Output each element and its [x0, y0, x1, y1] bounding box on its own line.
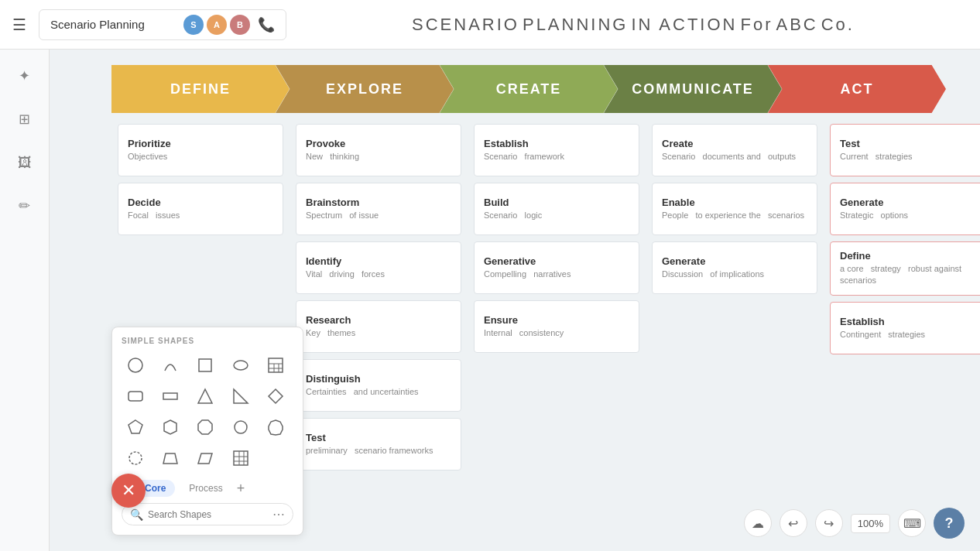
card-sub: Scenario documents and outputs: [662, 151, 796, 163]
card-sub: Strategic options: [840, 210, 908, 221]
card-test-act[interactable]: Test Current strategies: [830, 124, 980, 176]
svg-rect-9: [163, 393, 177, 399]
card-title: Test: [840, 138, 860, 149]
card-distinguish[interactable]: Distinguish Certainties and uncertaintie…: [296, 359, 461, 412]
shape-circle-outline[interactable]: [122, 444, 149, 472]
svg-marker-19: [163, 453, 177, 464]
card-sub: Certainties and uncertainties: [306, 386, 419, 398]
shape-rect-narrow[interactable]: [156, 382, 184, 410]
shape-triangle[interactable]: [191, 382, 219, 410]
menu-icon[interactable]: ☰: [12, 15, 26, 34]
card-research[interactable]: Research Key themes: [296, 300, 461, 353]
card-title: Research: [306, 314, 351, 326]
sidebar-draw-icon[interactable]: ✏: [11, 192, 39, 220]
shape-grid[interactable]: [227, 444, 255, 472]
card-create-docs[interactable]: Create Scenario documents and outputs: [652, 124, 817, 176]
card-title: Brainstorm: [306, 197, 359, 208]
shape-decagon[interactable]: [262, 413, 290, 441]
help-button[interactable]: ?: [934, 508, 965, 539]
sidebar-shapes-icon[interactable]: ✦: [11, 62, 39, 90]
shapes-grid: [122, 351, 293, 472]
search-shapes-bar: 🔍 ⋯: [122, 503, 293, 525]
redo-button[interactable]: ↪: [815, 509, 843, 537]
shape-trapezoid[interactable]: [156, 444, 184, 472]
shape-circle[interactable]: [122, 351, 149, 379]
svg-marker-13: [128, 420, 142, 433]
sidebar-image-icon[interactable]: 🖼: [11, 149, 39, 176]
svg-rect-8: [128, 392, 142, 401]
card-ensure[interactable]: Ensure Internal consistency: [474, 300, 639, 353]
column-communicate: Create Scenario documents and outputs En…: [646, 124, 824, 471]
card-sub: Discussion of implications: [662, 269, 764, 280]
zoom-level: 100%: [851, 514, 890, 533]
shape-table[interactable]: [262, 351, 290, 379]
card-establish-framework[interactable]: Establish Scenario framework: [474, 124, 639, 176]
card-build[interactable]: Build Scenario logic: [474, 183, 639, 235]
card-sub: Internal consistency: [484, 327, 564, 339]
cloud-icon[interactable]: ☁: [744, 509, 772, 537]
avatar-3[interactable]: B: [230, 15, 250, 35]
document-title: Scenario Planning: [50, 18, 176, 31]
shape-octagon[interactable]: [191, 413, 219, 441]
card-title: Establish: [484, 138, 529, 149]
call-icon[interactable]: 📞: [258, 16, 275, 33]
card-generative[interactable]: Generative Compelling narratives: [474, 241, 639, 294]
avatar-2[interactable]: A: [207, 15, 227, 35]
card-title: Prioritize: [128, 138, 171, 149]
shape-ellipse[interactable]: [227, 351, 255, 379]
shape-rounded-rect[interactable]: [122, 382, 149, 410]
fab-close-button[interactable]: ✕: [111, 474, 146, 508]
card-brainstorm[interactable]: Brainstorm Spectrum of issue: [296, 183, 461, 235]
card-provoke[interactable]: Provoke New thinking: [296, 124, 461, 176]
card-sub: Key themes: [306, 327, 355, 339]
card-generate-discussion[interactable]: Generate Discussion of implications: [652, 241, 817, 294]
card-prioritize[interactable]: Prioritize Objectives: [118, 124, 283, 176]
sidebar-grid-icon[interactable]: ⊞: [11, 105, 39, 133]
card-title: Decide: [128, 197, 161, 208]
card-define-strategy[interactable]: Define a core strategy robust against sc…: [830, 241, 980, 296]
shape-hexagon[interactable]: [156, 413, 184, 441]
card-establish-contingent[interactable]: Establish Contingent strategies: [830, 302, 980, 354]
shape-circle-sm[interactable]: [227, 413, 255, 441]
card-sub: Vital driving forces: [306, 269, 385, 280]
subtitle-part-3: IN ACTION: [631, 15, 737, 35]
svg-marker-15: [198, 420, 212, 434]
card-sub: People to experience the scenarios: [662, 210, 804, 221]
card-enable[interactable]: Enable People to experience the scenario…: [652, 183, 817, 235]
more-options-icon[interactable]: ⋯: [272, 507, 285, 522]
undo-button[interactable]: ↩: [780, 509, 807, 537]
avatar-1[interactable]: S: [183, 15, 204, 35]
shape-right-triangle[interactable]: [227, 382, 255, 410]
card-sub: Contingent strategies: [840, 329, 925, 341]
shape-square[interactable]: [191, 351, 219, 379]
shapes-section-title: SIMPLE SHAPES: [122, 337, 293, 345]
card-generate-options[interactable]: Generate Strategic options: [830, 183, 980, 235]
keyboard-icon[interactable]: ⌨: [898, 509, 926, 537]
shape-tabs: ✏ Core Process +: [122, 480, 293, 497]
add-tab-button[interactable]: +: [237, 481, 245, 497]
card-title: Ensure: [484, 314, 518, 326]
card-decide[interactable]: Decide Focal issues: [118, 183, 283, 235]
shape-diamond[interactable]: [262, 382, 290, 410]
canvas[interactable]: DEFINE EXPLORE CREATE COMMUNICATE ACT Pr…: [50, 50, 980, 551]
pipeline-label-act: ACT: [841, 81, 874, 98]
shape-parallelogram[interactable]: [191, 444, 219, 472]
card-sub: New thinking: [306, 151, 359, 163]
card-sub: Compelling narratives: [484, 269, 571, 280]
shape-pentagon[interactable]: [122, 413, 149, 441]
sidebar: ✦ ⊞ 🖼 ✏: [0, 50, 50, 551]
card-sub: Current strategies: [840, 151, 913, 163]
card-identify[interactable]: Identify Vital driving forces: [296, 241, 461, 294]
search-shapes-input[interactable]: [148, 509, 268, 520]
card-sub: Scenario framework: [484, 151, 564, 163]
card-sub: Scenario logic: [484, 210, 542, 221]
document-subtitle: SCENARIO PLANNING IN ACTION For ABC Co.: [299, 15, 968, 35]
title-bar: Scenario Planning S A B 📞: [39, 9, 286, 40]
card-title: Generate: [840, 197, 883, 208]
card-test-explore[interactable]: Test preliminary scenario frameworks: [296, 418, 461, 471]
card-title: Build: [484, 197, 509, 208]
shape-arc[interactable]: [156, 351, 184, 379]
tab-process[interactable]: Process: [180, 480, 231, 497]
card-title: Generate: [662, 255, 705, 267]
pipeline-label-define: DEFINE: [170, 81, 231, 98]
